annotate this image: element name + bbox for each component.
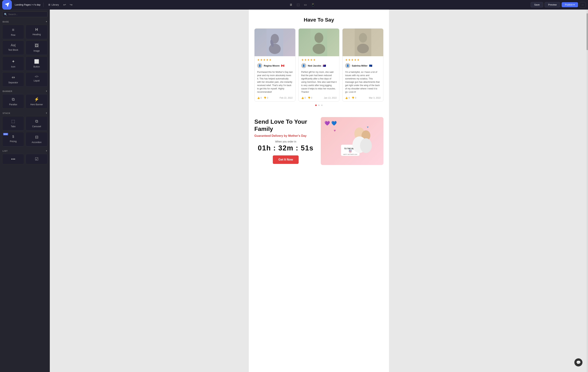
preview-button[interactable]: Preview: [545, 2, 560, 7]
section-list-header[interactable]: LIST ▾: [0, 148, 50, 153]
component-image[interactable]: 🖼 Image: [26, 41, 48, 55]
promo-inner: Send Love To Your Family Guaranteed Deli…: [254, 117, 383, 165]
reviewer-avatar-1: 👤: [257, 63, 262, 68]
component-separator[interactable]: ⇔ Separator: [2, 72, 24, 87]
accordion-icon: ⊟: [35, 135, 38, 140]
section-stack-header[interactable]: STACK ▾: [0, 110, 50, 115]
promo-hearts: 💜 💙: [325, 121, 337, 126]
device-desktop-button[interactable]: 🖥: [288, 2, 294, 7]
search-bar: 🔍: [0, 10, 50, 19]
section-base-chevron: ▾: [46, 21, 47, 23]
component-tabs[interactable]: ⬚ Tabs: [2, 116, 24, 131]
device-tablet-v-button[interactable]: ▭: [303, 2, 308, 7]
reviewer-info-3: 👤 Sabrina Miller 🇪🇺: [343, 62, 383, 69]
carousel-label: Carousel: [32, 125, 41, 128]
component-carousel[interactable]: ⧉ Carousel: [26, 116, 48, 131]
parallax-icon: ⧉: [12, 97, 15, 102]
main-layout: 🔍 BASE ▾ ≡ Row H Heading Aa| Text Block …: [0, 10, 588, 372]
reviewer-info-1: 👤 Regina Moore 🇨🇦: [254, 62, 295, 69]
review-date-1: Feb 22, 2022: [280, 97, 293, 99]
breadcrumb: Landing Pages > r's day: [15, 3, 40, 6]
text-block-icon: Aa|: [11, 43, 16, 47]
search-input[interactable]: [2, 11, 48, 17]
promo-timer: 01h : 32m : 51s: [254, 144, 317, 152]
review-footer-1: 👍 0 👎 0 Feb 22, 2022: [254, 95, 295, 101]
svg-text:♥: ♥: [334, 128, 336, 133]
promo-when: When you order in: [254, 140, 317, 143]
promo-text: Send Love To Your Family Guaranteed Deli…: [254, 118, 317, 164]
review-stars-2: ★★★★★: [299, 56, 339, 62]
publish-button[interactable]: Publish ▾: [562, 2, 578, 7]
component-icon[interactable]: ✦ Icon: [2, 56, 24, 71]
component-text-block[interactable]: Aa| Text Block: [2, 41, 24, 55]
svg-point-19: [360, 138, 372, 153]
reviewer-info-2: 👤 Ned Jacobs 🇦🇺: [299, 62, 339, 69]
promo-illustration: TO THE BEST M HAPPY MOTHER'S DAY ♥ ♥: [330, 123, 374, 159]
chat-bubble[interactable]: 💬: [574, 358, 582, 366]
image-icon: 🖼: [35, 43, 39, 48]
heading-label: Heading: [32, 33, 41, 36]
undo-button[interactable]: ↩: [62, 2, 67, 8]
promo-title: Send Love To Your Family: [254, 118, 317, 132]
chat-icon: 💬: [576, 360, 581, 365]
carousel-dot-3[interactable]: [321, 104, 323, 106]
row-icon: ≡: [12, 28, 14, 32]
device-mobile-button[interactable]: 📱: [310, 2, 316, 7]
review-stars-1: ★★★★★: [254, 56, 295, 62]
save-button[interactable]: Save: [531, 2, 543, 7]
more-button[interactable]: ···: [579, 2, 586, 8]
hero-banner-icon: ⚡: [34, 97, 39, 102]
redo-button[interactable]: ↪: [69, 2, 74, 8]
device-tablet-h-button[interactable]: ⬚: [295, 2, 301, 7]
device-toolbar: 🖥 ⬚ ▭ 📱: [75, 2, 529, 7]
base-grid: ≡ Row H Heading Aa| Text Block 🖼 Image ✦…: [0, 24, 50, 88]
bullet-list-icon: •••: [11, 157, 15, 162]
device-icons: 🖥 ⬚ ▭ 📱: [288, 2, 316, 7]
review-date-3: Mar 3, 2022: [369, 97, 381, 99]
scrollbar-thumb[interactable]: [587, 13, 588, 50]
component-pricing[interactable]: $ Pricing: [2, 132, 24, 146]
likes-3: 👍 0: [345, 97, 350, 99]
carousel-icon: ⧉: [35, 119, 38, 124]
reviews-section: Have To Say ★★★★★: [249, 10, 389, 112]
component-heading[interactable]: H Heading: [26, 25, 48, 39]
sidebar: 🔍 BASE ▾ ≡ Row H Heading Aa| Text Block …: [0, 10, 50, 372]
tabs-label: Tabs: [11, 125, 15, 128]
button-icon: ⬜: [34, 59, 39, 64]
reviews-title: Have To Say: [254, 17, 383, 23]
review-votes-1: 👍 0 👎 0: [257, 97, 268, 99]
reviewer-photo-2: [311, 29, 327, 56]
topbar: Landing Pages > r's day ⊞ Library ↩ ↪ 🖥 …: [0, 0, 588, 10]
icon-icon: ✦: [12, 59, 15, 64]
carousel-dot-2[interactable]: [318, 104, 320, 106]
component-checklist[interactable]: ☑: [26, 154, 48, 164]
review-votes-3: 👍 0 👎 0: [345, 97, 356, 99]
component-accordion[interactable]: ⊟ Accordion: [26, 132, 48, 146]
carousel-dot-1[interactable]: [315, 104, 317, 106]
component-hero-banner[interactable]: ⚡ Hero Banner: [26, 94, 48, 109]
reviewer-photo-1: [266, 29, 283, 56]
library-button[interactable]: ⊞ Library: [46, 3, 61, 7]
review-card: ★★★★★ 👤 Ned Jacobs 🇦🇺 Perfect gift for m…: [298, 28, 340, 102]
component-row[interactable]: ≡ Row: [2, 25, 24, 39]
section-banner-header[interactable]: BANNER ▾: [0, 88, 50, 93]
review-image-3: [343, 29, 383, 56]
likes-2: 👍 0: [301, 97, 306, 99]
component-liquid[interactable]: </> Liquid: [26, 72, 48, 87]
component-bullet-list[interactable]: •••: [2, 154, 24, 164]
reviewer-flag-3: 🇪🇺: [369, 64, 372, 67]
component-parallax[interactable]: ⧉ Parallax: [2, 94, 24, 109]
image-label: Image: [33, 50, 40, 52]
scrollbar[interactable]: [587, 10, 588, 372]
section-base-header[interactable]: BASE ▾: [0, 19, 50, 24]
review-text-1: Purchased this for Mother's Day last yea…: [254, 69, 295, 95]
hero-banner-label: Hero Banner: [30, 103, 43, 106]
cta-button[interactable]: Get It Now: [273, 155, 298, 164]
dislikes-2: 👎 0: [308, 97, 312, 99]
component-button[interactable]: ⬜ Button: [26, 56, 48, 71]
topbar-actions: Save Preview Publish ▾ ···: [531, 2, 586, 8]
likes-1: 👍 0: [257, 97, 262, 99]
svg-text:♥: ♥: [367, 125, 369, 129]
reviews-grid: ★★★★★ 👤 Regina Moore 🇨🇦 Purchased this f…: [254, 28, 383, 102]
heading-icon: H: [35, 28, 38, 32]
